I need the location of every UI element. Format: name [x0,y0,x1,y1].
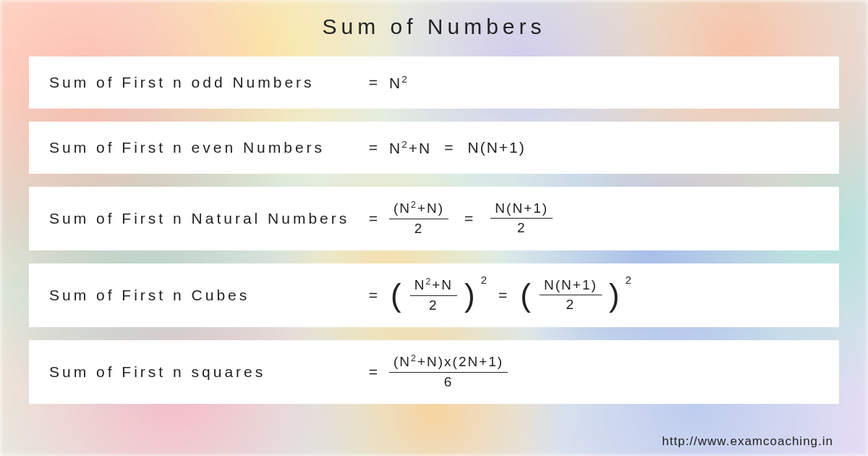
equals-sign: = [360,210,389,227]
formula-value: N2+N = N(N+1) [389,139,526,157]
fraction: N(N+1) 2 [490,200,553,237]
fraction-denominator: 2 [429,296,438,314]
footer-link[interactable]: http://www.examcoaching.in [29,427,839,449]
formula-value: ( N2+N 2 ) 2 = ( N(N+1) 2 ) 2 [389,276,633,314]
fraction-denominator: 6 [444,373,454,391]
paren-open: ( [389,279,404,311]
equals-sign: = [494,287,513,304]
formula-value: (N2+N)x(2N+1) 6 [389,353,508,391]
formula-value: (N2+N) 2 = N(N+1) 2 [389,200,553,237]
content-wrapper: Sum of Numbers Sum of First n odd Number… [0,0,868,456]
fraction-denominator: 2 [517,219,527,237]
formula-row-natural: Sum of First n Natural Numbers = (N2+N) … [29,187,839,250]
formula-label: Sum of First n even Numbers [49,139,360,156]
formula-label: Sum of First n Natural Numbers [49,210,360,227]
formula-text: N(N+1) [467,139,525,156]
fraction: (N2+N)x(2N+1) 6 [389,353,508,391]
formula-label: Sum of First n odd Numbers [49,74,360,91]
formula-row-cubes: Sum of First n Cubes = ( N2+N 2 ) 2 = ( … [29,263,839,327]
formula-row-odd: Sum of First n odd Numbers = N2 [29,56,839,109]
equals-sign: = [360,363,389,381]
equals-sign: = [360,287,389,304]
formula-text: N2+N [389,139,431,157]
fraction-denominator: 2 [414,219,424,237]
fraction-denominator: 2 [566,295,576,313]
formula-row-even: Sum of First n even Numbers = N2+N = N(N… [29,122,839,174]
fraction-numerator: N(N+1) [540,277,602,296]
formula-list: Sum of First n odd Numbers = N2 Sum of F… [29,56,839,427]
fraction-numerator: (N2+N) [389,200,448,219]
fraction: (N2+N) 2 [389,200,448,237]
equals-sign: = [437,139,461,156]
fraction-numerator: N2+N [410,276,457,296]
equals-sign: = [360,74,389,91]
equals-sign: = [454,210,485,227]
formula-text: N2 [389,74,409,92]
paren-close: ) [463,279,478,311]
equals-sign: = [360,139,389,156]
formula-row-squares: Sum of First n squares = (N2+N)x(2N+1) 6 [29,340,839,404]
fraction-numerator: N(N+1) [490,200,553,219]
formula-value: N2 [389,74,409,92]
exponent: 2 [625,274,632,286]
formula-label: Sum of First n Cubes [49,287,360,304]
exponent: 2 [481,274,488,286]
paren-close: ) [608,279,623,311]
paren-open: ( [519,279,534,311]
fraction: N2+N 2 [410,276,457,314]
fraction-numerator: (N2+N)x(2N+1) [389,353,508,373]
formula-label: Sum of First n squares [49,363,360,381]
fraction: N(N+1) 2 [540,277,602,314]
page-title: Sum of Numbers [29,14,839,39]
